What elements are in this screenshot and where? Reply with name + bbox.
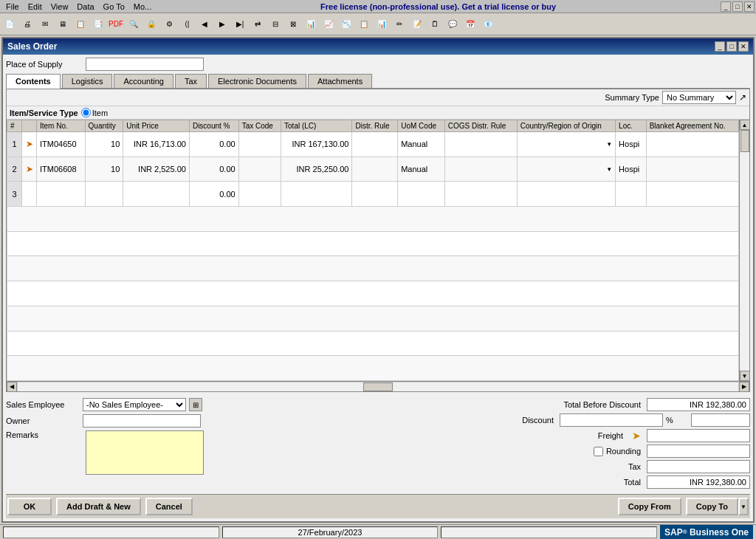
tab-accounting[interactable]: Accounting	[114, 74, 173, 88]
row3-cogs-distr[interactable]	[444, 182, 517, 207]
toolbar-email[interactable]: ✉	[37, 16, 53, 32]
toolbar-btn11[interactable]: ⟨|	[179, 16, 195, 32]
row3-country[interactable]	[517, 182, 615, 207]
add-draft-new-button[interactable]: Add Draft & New	[56, 498, 141, 515]
row2-cogs-distr[interactable]	[444, 157, 517, 182]
toolbar-btn19[interactable]: 📈	[320, 16, 337, 32]
row2-unit-price[interactable]: INR 2,525.00	[123, 157, 190, 182]
row2-discount[interactable]: 0.00	[189, 157, 238, 182]
row1-quantity[interactable]: 10	[85, 132, 123, 157]
tab-contents[interactable]: Contents	[6, 74, 61, 89]
toolbar-btn25[interactable]: 🗒	[427, 16, 443, 32]
toolbar-btn26[interactable]: 💬	[444, 16, 461, 32]
vertical-scrollbar[interactable]: ▲ ▼	[739, 120, 749, 381]
freight-icon[interactable]: ➤	[629, 429, 644, 442]
toolbar-btn22[interactable]: 📊	[374, 16, 390, 32]
scroll-up-btn[interactable]: ▲	[740, 120, 750, 130]
row3-tax-code[interactable]	[238, 182, 281, 207]
menu-edit[interactable]: Edit	[28, 2, 42, 11]
row3-discount[interactable]: 0.00	[189, 182, 238, 207]
discount-value[interactable]	[560, 413, 663, 427]
scroll-right-btn[interactable]: ▶	[739, 382, 749, 392]
tab-attachments[interactable]: Attachments	[308, 74, 372, 88]
app-minimize-btn[interactable]: _	[721, 1, 731, 12]
horizontal-scrollbar[interactable]: ◀ ▶	[7, 381, 749, 391]
toolbar-btn18[interactable]: 📊	[303, 16, 319, 32]
toolbar-prev[interactable]: ◀	[196, 16, 213, 32]
discount-pct-value[interactable]	[691, 413, 750, 427]
toolbar-btn5[interactable]: 📋	[72, 16, 89, 32]
menu-data[interactable]: Data	[77, 2, 94, 11]
row1-unit-price[interactable]: INR 16,713.00	[123, 132, 190, 157]
remarks-textarea[interactable]	[86, 430, 204, 475]
row2-tax-code[interactable]	[238, 157, 281, 182]
window-close-btn[interactable]: ✕	[738, 41, 749, 52]
row2-distr-rule[interactable]	[352, 157, 398, 182]
rounding-checkbox[interactable]	[594, 447, 603, 456]
toolbar-btn9[interactable]: 🔒	[143, 16, 159, 32]
toolbar-pdf[interactable]: PDF	[108, 16, 124, 32]
copy-to-split-btn[interactable]: ▼	[738, 498, 749, 515]
table-row[interactable]: 1 ➤ ITM04650 10 INR 16,713.00 0.00 INR 1…	[7, 132, 739, 157]
menu-file[interactable]: File	[6, 2, 19, 11]
toolbar-btn28[interactable]: 📧	[480, 16, 496, 32]
toolbar-next[interactable]: ▶	[214, 16, 230, 32]
toolbar-btn10[interactable]: ⚙	[161, 16, 177, 32]
toolbar-btn27[interactable]: 📅	[462, 16, 478, 32]
row1-loc[interactable]: Hospi	[616, 132, 647, 157]
place-of-supply-input[interactable]	[86, 58, 204, 71]
tab-electronic-documents[interactable]: Electronic Documents	[208, 74, 306, 88]
toolbar-btn15[interactable]: ⇄	[250, 16, 266, 32]
row3-loc[interactable]	[616, 182, 647, 207]
toolbar-btn21[interactable]: 📋	[356, 16, 372, 32]
row3-item-no[interactable]	[37, 182, 86, 207]
tab-logistics[interactable]: Logistics	[62, 74, 113, 88]
toolbar-new[interactable]: 📄	[1, 16, 18, 32]
toolbar-btn20[interactable]: 📉	[338, 16, 354, 32]
app-maximize-btn[interactable]: □	[732, 1, 743, 12]
row3-quantity[interactable]	[85, 182, 123, 207]
copy-to-button[interactable]: Copy To	[686, 498, 738, 515]
row1-discount[interactable]: 0.00	[189, 132, 238, 157]
menu-goto[interactable]: Go To	[103, 2, 125, 11]
table-row[interactable]: 2 ➤ ITM06608 10 INR 2,525.00 0.00 INR 25…	[7, 157, 739, 182]
row2-item-no[interactable]: ITM06608	[37, 157, 86, 182]
scroll-thumb[interactable]	[740, 130, 749, 152]
row2-blanket[interactable]	[646, 157, 738, 182]
row1-tax-code[interactable]	[238, 132, 281, 157]
expand-icon[interactable]: ↗	[739, 92, 746, 103]
toolbar-last[interactable]: ▶|	[232, 16, 248, 32]
sales-employee-btn[interactable]: ⊞	[189, 398, 202, 411]
toolbar-print[interactable]: 🖨	[19, 16, 35, 32]
toolbar-btn17[interactable]: ⊠	[285, 16, 301, 32]
radio-item[interactable]: Item	[81, 108, 108, 117]
rounding-value[interactable]	[647, 444, 750, 458]
app-close-btn[interactable]: ✕	[744, 1, 755, 12]
row2-loc[interactable]: Hospi	[616, 157, 647, 182]
toolbar-btn23[interactable]: ✏	[391, 16, 408, 32]
table-row[interactable]: 3 0.00	[7, 182, 739, 207]
row2-quantity[interactable]: 10	[85, 157, 123, 182]
row1-item-no[interactable]: ITM04650	[37, 132, 86, 157]
toolbar-preview[interactable]: 🖥	[55, 16, 71, 32]
row1-blanket[interactable]	[646, 132, 738, 157]
toolbar-btn24[interactable]: 📝	[409, 16, 425, 32]
owner-input[interactable]	[83, 414, 201, 428]
freight-value[interactable]	[647, 429, 750, 442]
window-restore-btn[interactable]: □	[726, 41, 737, 52]
h-scroll-thumb[interactable]	[363, 382, 393, 391]
row3-blanket[interactable]	[646, 182, 738, 207]
sales-employee-select[interactable]: -No Sales Employee-	[83, 398, 186, 411]
menu-modules[interactable]: Mo...	[134, 2, 151, 11]
tab-tax[interactable]: Tax	[175, 74, 207, 88]
ok-button[interactable]: OK	[7, 498, 52, 515]
row2-country[interactable]: ▼	[517, 157, 615, 182]
row3-distr-rule[interactable]	[352, 182, 398, 207]
row1-distr-rule[interactable]	[352, 132, 398, 157]
copy-from-button[interactable]: Copy From	[618, 498, 681, 515]
scroll-left-btn[interactable]: ◀	[7, 382, 17, 392]
toolbar-filter[interactable]: ⊟	[267, 16, 284, 32]
toolbar-btn6[interactable]: 📑	[90, 16, 106, 32]
toolbar-btn8[interactable]: 🔍	[126, 16, 142, 32]
scroll-down-btn[interactable]: ▼	[740, 371, 750, 381]
